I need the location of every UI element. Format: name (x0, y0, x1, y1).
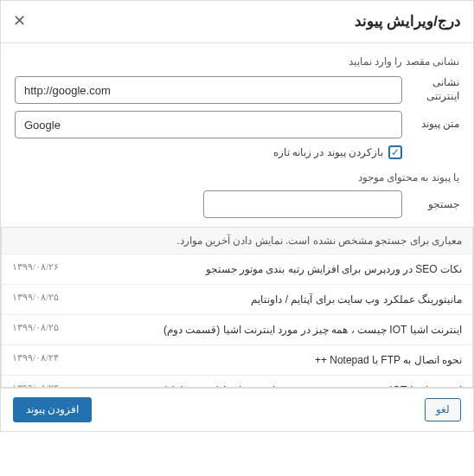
result-date: ۱۳۹۹/۰۸/۲۵ (12, 292, 59, 303)
result-title: اینترنت اشیا IOT چیست ، همه چیز در مورد … (76, 322, 462, 338)
url-instruction: نشانی مقصد را وارد نمایید (15, 55, 459, 68)
existing-instruction: یا پیوند به محتوای موجود (15, 171, 459, 183)
link-text-input[interactable] (15, 111, 402, 138)
result-item[interactable]: اینترنت اشیا IOT چیست ، همه چیز در مورد … (2, 376, 472, 388)
dialog-header: درج/ویرایش پیوند ✕ (1, 1, 473, 43)
search-label: جستجو (411, 198, 459, 210)
url-row: نشانی اینترنتی (15, 76, 459, 104)
close-button[interactable]: ✕ (10, 8, 29, 34)
url-label: نشانی اینترنتی (411, 76, 459, 103)
result-date: ۱۳۹۹/۰۸/۲۴ (12, 352, 59, 363)
url-input[interactable] (15, 76, 402, 104)
result-title: مانیتورینگ عملکرد وب سایت برای آپتایم / … (76, 292, 462, 307)
result-item[interactable]: مانیتورینگ عملکرد وب سایت برای آپتایم / … (2, 285, 472, 315)
results-header: معیاری برای جستجو مشخص نشده است. نمایش د… (2, 228, 472, 254)
newtab-label: بازکردن پیوند در زبانه تازه (273, 146, 383, 158)
result-item[interactable]: اینترنت اشیا IOT چیست ، همه چیز در مورد … (2, 315, 472, 345)
result-title: نکات SEO در وردپرس برای افزایش رتبه بندی… (76, 261, 462, 277)
dialog-footer: لغو افزودن پیوند (1, 388, 473, 431)
newtab-row: ✓ بازکردن پیوند در زبانه تازه (15, 145, 402, 159)
result-date: ۱۳۹۹/۰۸/۲۵ (12, 322, 59, 333)
result-title: نحوه اتصال به FTP با Notepad ++ (76, 352, 462, 368)
text-label: متن پیوند (411, 118, 459, 132)
dialog-body: نشانی مقصد را وارد نمایید نشانی اینترنتی… (1, 43, 473, 388)
link-dialog: درج/ویرایش پیوند ✕ نشانی مقصد را وارد نم… (0, 0, 474, 432)
dialog-title: درج/ویرایش پیوند (355, 12, 461, 30)
search-row: جستجو (15, 190, 459, 218)
result-item[interactable]: نحوه اتصال به FTP با Notepad ++۱۳۹۹/۰۸/۲… (2, 345, 472, 376)
search-input[interactable] (203, 190, 402, 218)
add-link-button[interactable]: افزودن پیوند (13, 397, 92, 422)
text-row: متن پیوند (15, 111, 459, 138)
close-icon: ✕ (13, 12, 26, 29)
result-date: ۱۳۹۹/۰۸/۲۶ (12, 261, 59, 273)
newtab-checkbox[interactable]: ✓ (388, 145, 402, 159)
result-item[interactable]: نکات SEO در وردپرس برای افزایش رتبه بندی… (2, 254, 472, 285)
cancel-button[interactable]: لغو (425, 398, 461, 421)
results-list[interactable]: معیاری برای جستجو مشخص نشده است. نمایش د… (1, 227, 473, 388)
